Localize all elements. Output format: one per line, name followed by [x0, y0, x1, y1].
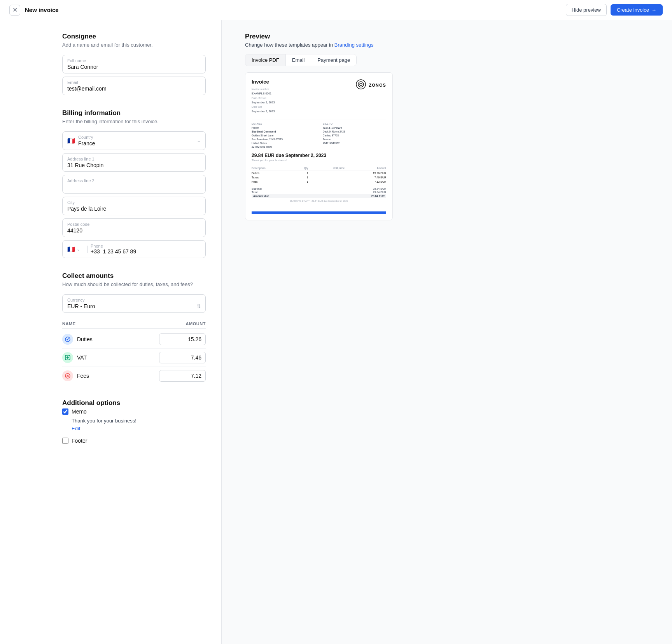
- invoice-pdf-preview: Invoice Invoice number EXAMPLE-0001 Date…: [245, 73, 392, 220]
- subtotal-row: Subtotal29.84 EUR: [252, 187, 386, 190]
- from-details: Details FROM StartNext Command Golden St…: [252, 122, 315, 149]
- memo-label: Memo: [72, 408, 87, 415]
- email-input[interactable]: [67, 86, 201, 92]
- fees-row: Fees: [62, 367, 206, 385]
- tab-payment-page[interactable]: Payment page: [311, 54, 356, 66]
- preview-tabs: Invoice PDF Email Payment page: [245, 54, 357, 66]
- phone-input[interactable]: [91, 248, 201, 255]
- address2-field: Address line 2: [62, 175, 206, 194]
- full-name-field: Full name: [62, 55, 206, 73]
- duties-amount-wrapper: [159, 333, 206, 345]
- consignee-title: Consignee: [62, 33, 206, 40]
- chevron-updown-icon: ⇅: [197, 304, 201, 309]
- vat-icon: [62, 352, 73, 363]
- invoice-table: Description Qty Unit price Amount Duties…: [252, 166, 386, 184]
- desc-col-header: Description: [252, 166, 295, 171]
- phone-label: Phone: [91, 244, 201, 248]
- duties-row: Duties: [62, 330, 206, 349]
- memo-checkbox[interactable]: [62, 408, 68, 415]
- invoice-meta: Invoice Invoice number EXAMPLE-0001 Date…: [252, 79, 275, 113]
- billing-desc: Enter the billing information for this i…: [62, 119, 206, 124]
- left-panel: Consignee Add a name and email for this …: [0, 20, 222, 644]
- collect-title: Collect amounts: [62, 272, 206, 280]
- country-field: 🇫🇷 Country France United States Germany …: [62, 131, 206, 150]
- footer-checkbox[interactable]: [62, 438, 68, 444]
- preview-desc: Change how these templates appear in Bra…: [245, 42, 649, 48]
- city-input[interactable]: [67, 206, 201, 212]
- invoice-thank-you: Thank you for your business!: [252, 159, 386, 162]
- full-name-input[interactable]: [67, 64, 201, 70]
- amount-due-row: Amount due29.84 EUR: [252, 194, 386, 198]
- memo-checkbox-row: Memo: [62, 408, 206, 415]
- duties-label: Duties: [77, 336, 93, 342]
- hide-preview-button[interactable]: Hide preview: [566, 4, 607, 16]
- table-row: Taxes 1 7.46 EUR: [252, 175, 386, 180]
- duties-amount-input[interactable]: [163, 336, 201, 342]
- invoice-divider: [252, 119, 386, 119]
- country-label: Country: [78, 135, 201, 140]
- collect-desc: How much should be collected for duties,…: [62, 281, 206, 287]
- svg-point-3: [356, 80, 366, 89]
- edit-memo-link[interactable]: Edit: [72, 426, 80, 431]
- invoice-meta-details: Invoice number EXAMPLE-0001 Date of issu…: [252, 87, 275, 113]
- amount-col-header: Amount: [345, 166, 386, 171]
- preview-title: Preview: [245, 33, 649, 40]
- zonos-logo-icon: [355, 79, 366, 91]
- fees-left: Fees: [62, 370, 89, 381]
- vat-row: VAT: [62, 349, 206, 367]
- postal-field: Postal code: [62, 218, 206, 237]
- currency-field: Currency EUR - Euro USD - US Dollar GBP …: [62, 294, 206, 313]
- country-select[interactable]: France United States Germany: [78, 140, 201, 147]
- memo-text: Thank you for your business!: [72, 418, 206, 424]
- address1-input[interactable]: [67, 162, 201, 168]
- invoice-logo: ZONOS: [355, 79, 386, 91]
- fees-amount-wrapper: [159, 370, 206, 382]
- collect-section: Collect amounts How much should be colle…: [62, 272, 206, 385]
- chevron-down-small-icon: ⌄: [77, 247, 80, 251]
- email-label: Email: [67, 80, 201, 85]
- address2-input[interactable]: [67, 184, 201, 190]
- tab-email[interactable]: Email: [286, 54, 312, 66]
- additional-title: Additional options: [62, 399, 206, 407]
- city-label: City: [67, 200, 201, 205]
- tab-invoice-pdf[interactable]: Invoice PDF: [245, 54, 286, 66]
- table-row: Fees 1 7.12 EUR: [252, 180, 386, 184]
- france-flag-icon: 🇫🇷: [67, 137, 75, 145]
- invoice-header: Invoice Invoice number EXAMPLE-0001 Date…: [252, 79, 386, 113]
- duties-left: Duties: [62, 334, 93, 345]
- postal-label: Postal code: [67, 222, 201, 227]
- consignee-section: Consignee Add a name and email for this …: [62, 33, 206, 95]
- page-title: New invoice: [25, 7, 59, 13]
- invoice-footer-bar: [252, 211, 386, 214]
- svg-point-5: [360, 83, 362, 86]
- phone-field: 🇫🇷 ⌄ Phone: [62, 240, 206, 258]
- currency-label: Currency: [67, 298, 201, 302]
- address1-field: Address line 1: [62, 153, 206, 172]
- phone-flag-icon: 🇫🇷: [67, 246, 75, 253]
- unit-col-header: Unit price: [308, 166, 345, 171]
- country-select-wrapper: Country France United States Germany: [78, 135, 201, 147]
- footer-checkbox-row: Footer: [62, 438, 206, 444]
- phone-flag-selector[interactable]: 🇫🇷 ⌄: [67, 246, 88, 253]
- total-row: Total29.84 EUR: [252, 190, 386, 194]
- invoice-footer-text: 55A605PO-DRAFT · 29.84 EUR due September…: [252, 198, 386, 204]
- branding-settings-link[interactable]: Branding settings: [334, 42, 373, 48]
- full-name-label: Full name: [67, 58, 201, 63]
- vat-amount-wrapper: [159, 352, 206, 363]
- postal-input[interactable]: [67, 227, 201, 234]
- invoice-preview-card: Invoice Invoice number EXAMPLE-0001 Date…: [245, 72, 393, 220]
- right-panel: Preview Change how these templates appea…: [222, 20, 672, 644]
- fees-amount-input[interactable]: [163, 373, 201, 379]
- create-invoice-button[interactable]: Create invoice →: [611, 4, 663, 16]
- duties-icon: [62, 334, 73, 345]
- zonos-text: ZONOS: [369, 83, 386, 87]
- currency-select[interactable]: EUR - Euro USD - US Dollar GBP - British…: [67, 303, 197, 309]
- invoice-title-text: Invoice: [252, 79, 275, 85]
- header-right: Hide preview Create invoice →: [566, 4, 663, 16]
- vat-amount-input[interactable]: [163, 354, 201, 361]
- page-header: ✕ New invoice Hide preview Create invoic…: [0, 0, 672, 20]
- col-name-header: NAME: [62, 321, 76, 326]
- city-field: City: [62, 197, 206, 215]
- close-button[interactable]: ✕: [9, 5, 20, 16]
- fees-label: Fees: [77, 373, 89, 379]
